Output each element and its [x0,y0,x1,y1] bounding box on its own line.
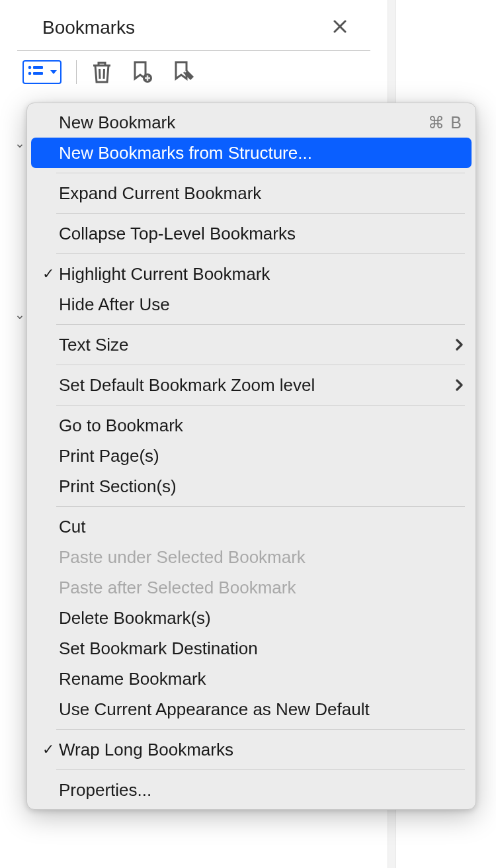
menu-item-collapse-top-level-bookmarks[interactable]: Collapse Top-Level Bookmarks [31,218,472,249]
svg-point-4 [28,72,32,75]
menu-item-label: Wrap Long Bookmarks [59,740,465,760]
menu-separator [56,365,465,365]
menu-item-text-size[interactable]: Text Size [31,329,472,360]
menu-item-print-pages[interactable]: Print Page(s) [31,441,472,471]
svg-rect-5 [33,72,43,75]
chevron-right-icon [456,375,465,396]
svg-point-2 [28,66,32,69]
bookmark-add-icon[interactable] [131,60,153,84]
panel-toolbar [0,51,388,88]
menu-item-new-bookmarks-from-structure[interactable]: New Bookmarks from Structure... [31,138,472,168]
menu-item-paste-after-selected-bookmark: Paste after Selected Bookmark [31,572,472,603]
menu-item-delete-bookmarks[interactable]: Delete Bookmark(s) [31,603,472,633]
menu-item-label: Text Size [59,335,456,355]
menu-item-new-bookmark[interactable]: New Bookmark ⌘ B [31,107,472,138]
menu-item-label: Expand Current Bookmark [59,183,465,204]
list-icon [27,64,46,81]
menu-item-shortcut: ⌘ B [428,113,465,132]
menu-separator [56,506,465,507]
menu-item-label: Set Default Bookmark Zoom level [59,375,456,396]
chevron-right-icon [456,335,465,355]
menu-item-wrap-long-bookmarks[interactable]: ✓ Wrap Long Bookmarks [31,734,472,765]
menu-item-hide-after-use[interactable]: Hide After Use [31,289,472,320]
menu-item-label: New Bookmarks from Structure... [59,143,465,163]
menu-item-label: Cut [59,517,465,537]
menu-item-label: Delete Bookmark(s) [59,608,465,629]
menu-item-highlight-current-bookmark[interactable]: ✓ Highlight Current Bookmark [31,259,472,289]
panel-title: Bookmarks [42,17,135,38]
menu-item-label: Rename Bookmark [59,669,465,689]
menu-item-label: Paste after Selected Bookmark [59,578,465,598]
tree-disclosure-hints: ⌄ ⌄ [15,136,25,322]
menu-item-expand-current-bookmark[interactable]: Expand Current Bookmark [31,178,472,208]
toolbar-divider [76,60,77,84]
menu-item-label: New Bookmark [59,112,428,133]
menu-separator [56,253,465,254]
menu-separator [56,729,465,730]
menu-item-label: Properties... [59,780,465,801]
menu-item-label: Print Page(s) [59,446,465,466]
svg-line-7 [104,69,104,79]
menu-separator [56,324,465,325]
menu-item-go-to-bookmark[interactable]: Go to Bookmark [31,410,472,441]
trash-icon[interactable] [91,60,112,84]
menu-item-cut[interactable]: Cut [31,511,472,542]
menu-item-set-bookmark-destination[interactable]: Set Bookmark Destination [31,633,472,664]
menu-item-label: Set Bookmark Destination [59,638,465,659]
close-icon[interactable] [332,18,348,38]
menu-item-label: Print Section(s) [59,476,465,497]
menu-item-use-current-appearance-as-new-default[interactable]: Use Current Appearance as New Default [31,694,472,724]
svg-line-6 [100,69,101,79]
chevron-down-icon [50,70,57,74]
menu-item-set-default-bookmark-zoom-level[interactable]: Set Default Bookmark Zoom level [31,370,472,400]
checkmark-icon: ✓ [38,265,59,282]
menu-item-label: Use Current Appearance as New Default [59,699,465,720]
menu-item-label: Highlight Current Bookmark [59,264,465,284]
bookmarks-options-menu: New Bookmark ⌘ B New Bookmarks from Stru… [26,103,476,810]
menu-item-label: Hide After Use [59,294,465,315]
menu-item-paste-under-selected-bookmark: Paste under Selected Bookmark [31,542,472,572]
options-dropdown-button[interactable] [22,60,62,84]
checkmark-icon: ✓ [38,741,59,758]
panel-header: Bookmarks [17,8,370,51]
menu-separator [56,173,465,173]
menu-item-label: Go to Bookmark [59,415,465,436]
menu-item-rename-bookmark[interactable]: Rename Bookmark [31,664,472,694]
bookmark-tag-icon[interactable] [172,60,194,84]
menu-separator [56,405,465,406]
chevron-down-icon: ⌄ [15,307,25,322]
svg-point-11 [185,71,186,73]
menu-item-label: Paste under Selected Bookmark [59,547,465,568]
menu-separator [56,213,465,214]
menu-item-label: Collapse Top-Level Bookmarks [59,224,465,244]
svg-rect-3 [33,66,43,69]
menu-item-print-sections[interactable]: Print Section(s) [31,471,472,501]
chevron-down-icon: ⌄ [15,136,25,151]
menu-separator [56,769,465,770]
menu-item-properties[interactable]: Properties... [31,775,472,805]
